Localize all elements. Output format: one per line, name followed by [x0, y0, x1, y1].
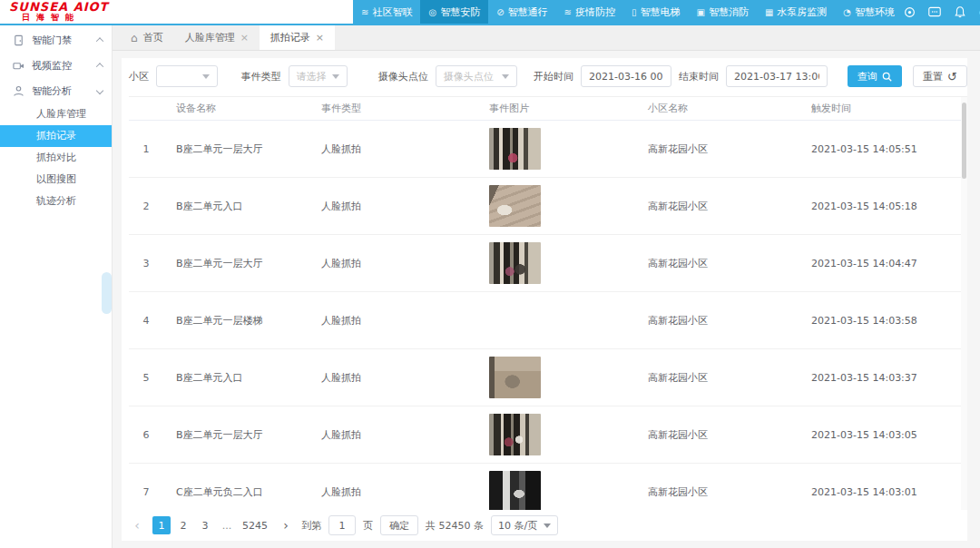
column-header-device: 设备名称 — [163, 102, 309, 115]
community-name-cell: 高新花园小区 — [635, 428, 799, 442]
filter-bar: 小区 事件类型 请选择 摄像头点位 摄像头点位 — [122, 58, 967, 94]
row-index: 3 — [129, 258, 163, 269]
event-image-cell — [476, 414, 635, 455]
search-icon — [882, 72, 892, 82]
tab-label: 人脸库管理 — [185, 31, 235, 44]
capture-thumbnail[interactable] — [489, 242, 541, 284]
confirm-button[interactable]: 确定 — [380, 515, 418, 535]
sidebar-group-smart-analysis[interactable]: 智能分析 — [0, 78, 112, 103]
chevron-down-icon — [202, 74, 210, 79]
settings-icon[interactable] — [903, 5, 916, 18]
topnav-item-label: 智慧消防 — [709, 5, 749, 19]
jump-page-input[interactable] — [328, 515, 356, 535]
brand-subname: 日海智能 — [9, 13, 218, 23]
event-type-select[interactable]: 请选择 — [289, 65, 348, 87]
table-row[interactable]: 5 B座二单元入口 人脸抓拍 高新花园小区 2021-03-15 14:03:3… — [129, 349, 967, 406]
query-button[interactable]: 查询 — [848, 65, 902, 87]
sidebar-submenu-item[interactable]: 以图搜图 — [0, 169, 112, 191]
device-name-cell: B座二单元一层大厅 — [163, 257, 309, 270]
tab-face-library[interactable]: 人脸库管理 × — [174, 25, 260, 50]
table-row[interactable]: 3 B座二单元一层大厅 人脸抓拍 高新花园小区 2021-03-15 14:04… — [129, 235, 967, 292]
topnav-item-label: 智慧环境 — [855, 5, 895, 19]
topnav-item[interactable]: ▣ 智慧消防 — [688, 0, 756, 24]
capture-thumbnail[interactable] — [489, 357, 541, 398]
community-select[interactable] — [156, 65, 218, 87]
jump-unit-label: 页 — [363, 519, 373, 533]
column-header-event-type: 事件类型 — [309, 102, 476, 115]
end-time-input[interactable] — [726, 65, 828, 87]
close-icon[interactable]: × — [316, 32, 324, 44]
message-card-icon[interactable] — [928, 5, 941, 18]
topnav-item-icon: ▯ — [632, 7, 637, 17]
column-header-time: 触发时间 — [799, 102, 967, 115]
event-image-cell — [476, 128, 635, 170]
prev-page-icon[interactable]: ‹ — [129, 516, 145, 534]
event-type-cell: 人脸抓拍 — [309, 257, 476, 270]
tab-home[interactable]: ⌂ 首页 — [120, 25, 174, 50]
scrollbar-thumb[interactable] — [962, 103, 966, 179]
page-number-button[interactable]: 2 — [174, 516, 192, 534]
topnav-item[interactable]: ▦ 水泵房监测 — [757, 0, 835, 24]
next-page-icon[interactable]: › — [278, 516, 294, 534]
camera-icon — [13, 60, 24, 72]
capture-thumbnail[interactable] — [489, 471, 541, 510]
device-name-cell: B座二单元一层大厅 — [163, 142, 309, 156]
table-row[interactable]: 1 B座二单元一层大厅 人脸抓拍 高新花园小区 2021-03-15 14:05… — [129, 121, 967, 178]
sidebar-collapse-handle[interactable] — [102, 272, 112, 314]
page-number-button[interactable]: ... — [218, 516, 236, 534]
topnav-item[interactable]: ▯ 智慧电梯 — [623, 0, 689, 24]
close-icon[interactable]: × — [240, 32, 249, 44]
chevron-down-icon — [96, 87, 103, 94]
topnav-item[interactable]: ◎ 智慧安防 — [420, 0, 488, 24]
start-time-input[interactable] — [581, 65, 671, 87]
camera-select[interactable]: 摄像头点位 — [436, 65, 517, 87]
reset-button-label: 重置 — [923, 70, 943, 83]
table-row[interactable]: 6 B座二单元一层大厅 人脸抓拍 高新花园小区 2021-03-15 14:03… — [129, 406, 967, 464]
event-type-cell: 人脸抓拍 — [309, 314, 476, 328]
community-name-cell: 高新花园小区 — [635, 257, 799, 270]
topnav-item[interactable]: ⊘ 智慧通行 — [488, 0, 555, 24]
sidebar-group-label: 视频监控 — [32, 59, 97, 73]
row-index: 1 — [129, 143, 163, 155]
tab-capture-records[interactable]: 抓拍记录 × — [260, 25, 335, 50]
sidebar-submenu-item[interactable]: 抓拍记录 — [0, 125, 112, 147]
community-name-cell: 高新花园小区 — [635, 371, 799, 385]
table-scrollbar[interactable] — [961, 97, 967, 510]
table-row[interactable]: 2 B座二单元入口 人脸抓拍 高新花园小区 2021-03-15 14:05:1… — [129, 178, 967, 235]
topnav-item[interactable]: ≋ 社区智联 — [353, 0, 420, 24]
reset-button[interactable]: 重置 ↺ — [913, 65, 967, 87]
table-row[interactable]: 7 C座二单元负二入口 人脸抓拍 高新花园小区 2021-03-15 14:03… — [129, 464, 967, 510]
trigger-time-cell: 2021-03-15 14:04:47 — [799, 258, 967, 269]
page-number-button[interactable]: 5245 — [240, 516, 270, 534]
chevron-down-icon — [502, 74, 509, 79]
page-size-select[interactable]: 10 条/页 — [491, 515, 558, 535]
column-header-image: 事件图片 — [476, 102, 635, 115]
community-name-cell: 高新花园小区 — [635, 314, 799, 328]
event-image-cell — [476, 242, 635, 284]
device-name-cell: B座二单元入口 — [163, 371, 309, 385]
sidebar-submenu-item-label: 轨迹分析 — [36, 195, 76, 207]
reset-icon: ↺ — [947, 71, 957, 83]
topnav-item[interactable]: ≋ 疫情防控 — [556, 0, 623, 24]
capture-thumbnail[interactable] — [489, 299, 541, 341]
topnav-item-label: 水泵房监测 — [777, 5, 827, 19]
sidebar-group-door-access[interactable]: 智能门禁 — [0, 27, 112, 53]
sidebar-submenu-item[interactable]: 人脸库管理 — [0, 103, 112, 125]
sidebar-submenu-item[interactable]: 轨迹分析 — [0, 191, 112, 212]
event-type-select-value: 请选择 — [297, 70, 327, 83]
page-number-button[interactable]: 1 — [152, 516, 171, 534]
person-icon — [13, 85, 24, 97]
capture-thumbnail[interactable] — [489, 185, 541, 227]
bell-icon[interactable] — [954, 5, 966, 18]
sidebar-group-label: 智能门禁 — [32, 34, 97, 47]
device-name-cell: B座二单元一层楼梯 — [163, 314, 309, 328]
page-number-button[interactable]: 3 — [196, 516, 214, 534]
table-row[interactable]: 4 B座二单元一层楼梯 人脸抓拍 高新花园小区 2021-03-15 14:03… — [129, 292, 967, 349]
sidebar-group-video-monitor[interactable]: 视频监控 — [0, 53, 112, 78]
capture-thumbnail[interactable] — [489, 414, 541, 455]
sidebar-submenu-item[interactable]: 抓拍对比 — [0, 147, 112, 169]
capture-thumbnail[interactable] — [489, 128, 541, 170]
chevron-down-icon — [332, 74, 339, 79]
topnav-item-icon: ◎ — [428, 7, 436, 17]
topnav-item[interactable]: ◔ 智慧环境 — [835, 0, 903, 24]
